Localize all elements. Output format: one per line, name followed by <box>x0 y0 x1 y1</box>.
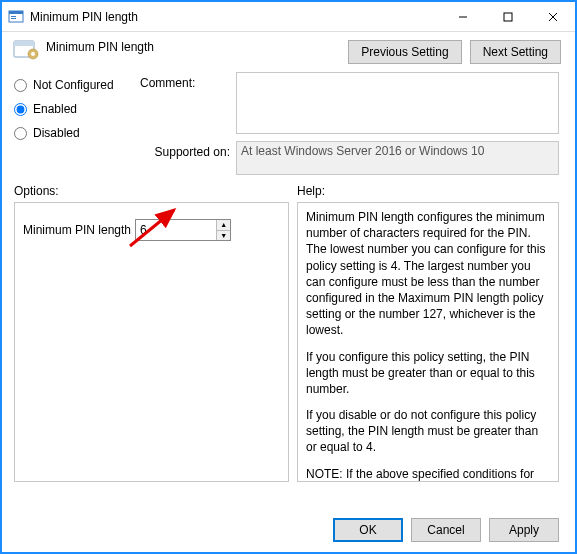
svg-rect-9 <box>14 41 34 46</box>
pin-length-input[interactable] <box>136 220 216 240</box>
window-title: Minimum PIN length <box>30 10 440 24</box>
footer: OK Cancel Apply <box>2 510 575 552</box>
comment-label: Comment: <box>140 72 230 90</box>
spinner-up-button[interactable]: ▲ <box>217 220 230 230</box>
policy-title: Minimum PIN length <box>46 38 348 54</box>
help-paragraph: NOTE: If the above specified conditions … <box>306 466 550 482</box>
supported-on-label: Supported on: <box>140 141 230 159</box>
supported-on-textarea: At least Windows Server 2016 or Windows … <box>236 141 559 175</box>
cancel-button[interactable]: Cancel <box>411 518 481 542</box>
subtitle-row: Minimum PIN length Previous Setting Next… <box>2 32 575 68</box>
options-heading: Options: <box>14 184 289 198</box>
pin-length-label: Minimum PIN length <box>23 223 131 237</box>
help-paragraph: Minimum PIN length configures the minimu… <box>306 209 550 339</box>
previous-setting-button[interactable]: Previous Setting <box>348 40 461 64</box>
svg-rect-5 <box>504 13 512 21</box>
svg-rect-1 <box>9 11 23 14</box>
spinner-down-button[interactable]: ▼ <box>217 230 230 241</box>
radio-enabled-input[interactable] <box>14 103 27 116</box>
window-buttons <box>440 2 575 31</box>
help-heading: Help: <box>297 184 559 198</box>
apply-button[interactable]: Apply <box>489 518 559 542</box>
ok-button[interactable]: OK <box>333 518 403 542</box>
policy-app-icon <box>8 9 24 25</box>
radio-enabled-label: Enabled <box>33 102 77 116</box>
options-col: Options: Minimum PIN length ▲ ▼ <box>14 184 289 504</box>
policy-editor-window: Minimum PIN length Minimum PIN length P <box>0 0 577 554</box>
split-panels: Options: Minimum PIN length ▲ ▼ Help: <box>2 182 575 510</box>
radio-disabled[interactable]: Disabled <box>14 126 134 140</box>
help-panel: Minimum PIN length configures the minimu… <box>297 202 559 482</box>
pin-length-spinner[interactable]: ▲ ▼ <box>135 219 231 241</box>
radio-disabled-input[interactable] <box>14 127 27 140</box>
radio-not-configured-input[interactable] <box>14 79 27 92</box>
radio-not-configured[interactable]: Not Configured <box>14 78 134 92</box>
help-paragraph: If you configure this policy setting, th… <box>306 349 550 398</box>
options-panel: Minimum PIN length ▲ ▼ <box>14 202 289 482</box>
state-radios: Not Configured Enabled Disabled <box>14 72 134 140</box>
close-button[interactable] <box>530 2 575 31</box>
state-grid: Not Configured Enabled Disabled Comment:… <box>2 68 575 182</box>
radio-enabled[interactable]: Enabled <box>14 102 134 116</box>
radio-not-configured-label: Not Configured <box>33 78 114 92</box>
maximize-button[interactable] <box>485 2 530 31</box>
next-setting-button[interactable]: Next Setting <box>470 40 561 64</box>
help-col: Help: Minimum PIN length configures the … <box>297 184 559 504</box>
comment-textarea[interactable] <box>236 72 559 134</box>
help-paragraph: If you disable or do not configure this … <box>306 407 550 456</box>
svg-rect-3 <box>11 18 16 19</box>
radio-disabled-label: Disabled <box>33 126 80 140</box>
minimize-button[interactable] <box>440 2 485 31</box>
svg-point-11 <box>31 52 35 56</box>
policy-icon <box>12 38 40 60</box>
titlebar: Minimum PIN length <box>2 2 575 32</box>
svg-rect-2 <box>11 16 16 17</box>
